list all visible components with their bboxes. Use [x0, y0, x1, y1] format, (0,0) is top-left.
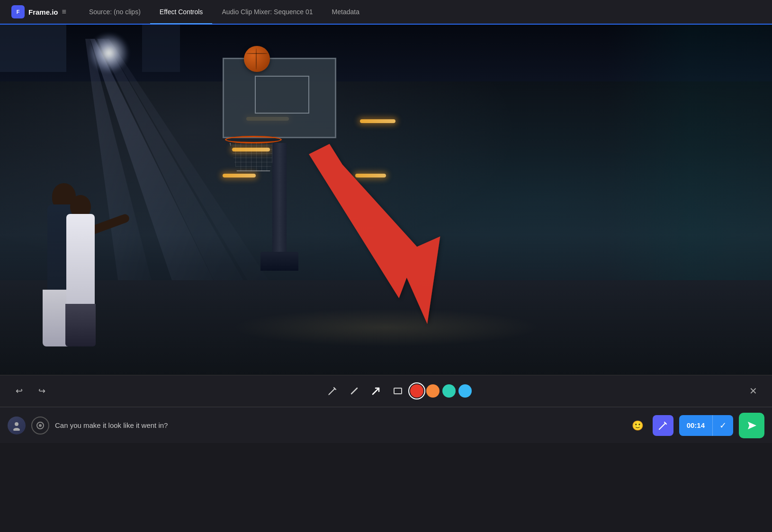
avatar-icon	[11, 420, 22, 431]
frameio-logo: F	[11, 5, 25, 18]
redo-icon: ↪	[38, 386, 45, 396]
rect-tool-button[interactable]	[388, 381, 407, 400]
brand-logo-area[interactable]: F Frame.io ≡	[6, 5, 72, 18]
video-scene	[0, 25, 772, 375]
svg-point-11	[15, 422, 18, 426]
brand-name: Frame.io	[28, 8, 58, 16]
draw-toggle-icon	[658, 420, 668, 431]
person-right	[62, 204, 109, 346]
pencil-tool-button[interactable]	[323, 381, 342, 400]
person-right-legs	[65, 304, 96, 346]
svg-rect-10	[394, 388, 402, 394]
svg-line-15	[659, 423, 665, 429]
red-arrow-annotation	[265, 103, 445, 339]
close-icon: ✕	[749, 385, 757, 397]
svg-point-14	[39, 424, 42, 427]
svg-point-12	[13, 428, 20, 431]
svg-line-8	[351, 388, 357, 394]
color-swatch-blue[interactable]	[458, 384, 472, 398]
video-preview	[0, 25, 772, 375]
redo-button[interactable]: ↪	[32, 381, 51, 400]
basketball	[244, 46, 270, 72]
pencil-icon	[327, 386, 338, 396]
pen-icon	[349, 386, 359, 396]
draw-toggle-button[interactable]	[653, 415, 673, 436]
svg-marker-4	[309, 144, 440, 324]
tab-effect-controls[interactable]: Effect Controls	[150, 0, 213, 24]
svg-marker-17	[748, 422, 756, 429]
timestamp-confirm-button[interactable]: ✓	[712, 415, 733, 436]
color-swatch-orange[interactable]	[426, 384, 440, 398]
timestamp-btn-group: 00:14 ✓	[679, 415, 733, 436]
drawing-toolbar: ↩ ↪	[0, 375, 772, 407]
comment-bar: 🙂 00:14 ✓	[0, 407, 772, 443]
tab-audio-clip-mixer[interactable]: Audio Clip Mixer: Sequence 01	[212, 0, 322, 24]
person-right-body	[66, 214, 95, 309]
tab-source[interactable]: Source: (no clips)	[80, 0, 150, 24]
notification-button[interactable]	[31, 417, 49, 434]
color-swatch-teal[interactable]	[442, 384, 456, 398]
undo-icon: ↩	[16, 386, 23, 396]
user-avatar	[8, 417, 26, 434]
timestamp-value: 00:14	[687, 421, 705, 429]
svg-line-7	[329, 393, 330, 395]
drawing-tools-group	[323, 381, 472, 400]
color-swatch-red[interactable]	[410, 384, 423, 398]
send-icon	[746, 420, 757, 431]
comment-input[interactable]	[55, 421, 623, 429]
arrow-icon	[371, 386, 381, 396]
arrow-tool-button[interactable]	[367, 381, 386, 400]
undo-button[interactable]: ↩	[9, 381, 28, 400]
notification-icon	[36, 421, 45, 430]
tab-metadata[interactable]: Metadata	[323, 0, 369, 24]
tab-bar: F Frame.io ≡ Source: (no clips) Effect C…	[0, 0, 772, 25]
checkmark-icon: ✓	[719, 420, 727, 431]
close-drawing-button[interactable]: ✕	[744, 381, 763, 400]
hamburger-menu-icon[interactable]: ≡	[62, 8, 66, 16]
emoji-icon: 🙂	[632, 420, 644, 431]
svg-line-9	[373, 388, 379, 394]
rect-icon	[393, 386, 403, 396]
timestamp-button[interactable]: 00:14	[679, 415, 712, 436]
pen-tool-button[interactable]	[345, 381, 364, 400]
ceiling-beam-1	[0, 25, 66, 72]
emoji-button[interactable]: 🙂	[629, 417, 647, 434]
send-button[interactable]	[739, 413, 764, 438]
